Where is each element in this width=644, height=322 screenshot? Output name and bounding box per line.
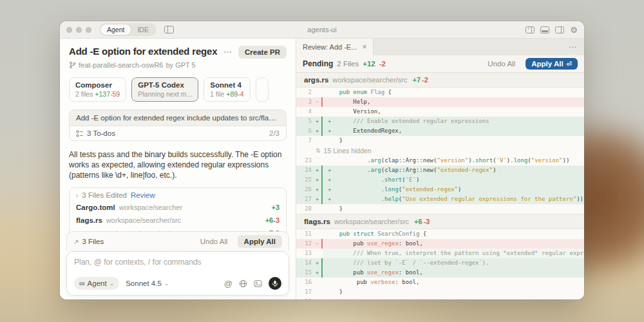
agent-card-stats: 1 file +89-4: [210, 90, 243, 98]
microphone-button[interactable]: [269, 277, 281, 290]
pending-label: Pending: [303, 59, 333, 68]
sidebar-toggle-icon[interactable]: [164, 26, 174, 33]
left-panel: Add -E option for extended regex ⋯ Creat…: [60, 39, 296, 299]
agent-card-sonnet-4[interactable]: Sonnet 4 1 file +89-4: [204, 77, 250, 102]
file-row[interactable]: flags.rs workspace/searcher/src +6-3: [70, 214, 286, 227]
diff-line: 3- Help,: [296, 97, 584, 107]
tab-agent[interactable]: Agent: [100, 24, 131, 35]
agent-card-stats: 2 files +137-59: [75, 90, 120, 98]
undo-all-button[interactable]: Undo All: [200, 238, 228, 245]
file-row[interactable]: Cargo.toml workspace/searcher +3: [70, 201, 286, 214]
diff-line: 26++ .long("extended-regex"): [296, 185, 584, 194]
file-path: workspace/searcher/src: [106, 216, 261, 224]
diff-line: 7 }: [296, 136, 584, 146]
apply-all-button[interactable]: Apply All: [238, 235, 282, 248]
chevron-down-icon: ⌄: [164, 280, 169, 287]
diff-line: 16 pub verbose: bool,: [296, 278, 584, 287]
branch-icon: [69, 61, 76, 69]
diff-line: 25++ .short('E'): [296, 175, 584, 185]
close-window-button[interactable]: [66, 27, 72, 33]
composer-placeholder[interactable]: Plan, @ for contexts, / for commands: [74, 258, 281, 267]
agent-card-name: GPT-5 Codex: [138, 81, 192, 89]
diff-line: 12- pub use_regex: bool,: [296, 239, 584, 249]
pending-bar: Pending 2 Files +12 -2 Undo All Apply Al…: [296, 55, 584, 73]
at-mention-icon[interactable]: @: [224, 279, 232, 289]
file-name: Cargo.toml: [76, 204, 115, 211]
todo-list-icon: [76, 130, 83, 137]
agent-message: All tests pass and the binary builds suc…: [69, 149, 287, 180]
diff-file-header[interactable]: flags.rsworkspace/searcher/src+6-3: [296, 214, 584, 229]
chevron-right-icon[interactable]: ›: [76, 192, 78, 199]
diff-line: 2 pub enum Flag {: [296, 88, 584, 97]
agent-card-partial[interactable]: [256, 77, 269, 102]
right-panel: Review: Add -E... × ⋯ Pending 2 Files +1…: [296, 39, 584, 299]
agent-card-name: Sonnet 4: [210, 81, 243, 89]
composer-input-card[interactable]: Plan, @ for contexts, / for commands ∞ A…: [66, 251, 289, 296]
pending-files: 2 Files: [337, 60, 359, 68]
diff-line: 23 .arg(clap::Arg::new("version").short(…: [296, 156, 584, 166]
diff-line: 14+ /// (set by `-E` / `--extended-regex…: [296, 258, 584, 268]
more-menu-icon[interactable]: ⋯: [223, 47, 232, 57]
agent-mode-dropdown[interactable]: ∞ Agent ⌄: [74, 277, 119, 290]
pending-added: +12: [363, 60, 375, 68]
agent-mode-label: Agent: [88, 279, 107, 287]
tab-review[interactable]: Review: Add -E... ×: [296, 39, 374, 55]
pending-removed: -2: [379, 60, 386, 68]
agent-card-composer[interactable]: Composer 2 files +137-59: [69, 77, 126, 102]
close-icon[interactable]: ×: [362, 43, 366, 52]
titlebar: Agent IDE agents-ui ‹ ⚙: [60, 21, 584, 39]
file-path: workspace/searcher: [119, 204, 268, 211]
agent-card-gpt5-codex[interactable]: GPT-5 Codex Planning next m...: [131, 77, 198, 102]
hidden-lines-toggle[interactable]: ⇅15 Lines hidden: [296, 146, 584, 156]
page-title: Add -E option for extended regex: [69, 46, 220, 57]
panel-left-collapse-icon[interactable]: ‹: [526, 26, 535, 33]
model-dropdown[interactable]: Sonnet 4.5 ⌄: [126, 279, 169, 287]
diff-line: 24++ .arg(clap::Arg::new("extended-regex…: [296, 166, 584, 175]
diff-line: 5++ /// Enable extended regular expressi…: [296, 117, 584, 126]
files-edited-label: 3 Files Edited: [82, 191, 127, 199]
pending-files-bar: ↗ 3 Files Undo All Apply All: [66, 231, 289, 251]
diff-list[interactable]: args.rsworkspace/searcher/src+7-22 pub e…: [296, 73, 584, 299]
diff-line: 17 }: [296, 287, 584, 297]
model-label: Sonnet 4.5: [126, 279, 162, 287]
return-key-icon: ⏎: [567, 61, 572, 68]
minimize-window-button[interactable]: [76, 27, 82, 33]
review-link[interactable]: Review: [131, 191, 155, 199]
agent-cards: Composer 2 files +137-59 GPT-5 Codex Pla…: [69, 77, 287, 102]
review-tabbar: Review: Add -E... × ⋯: [296, 39, 584, 55]
branch-author: by GPT 5: [166, 61, 195, 69]
agent-card-name: Composer: [75, 81, 120, 89]
diff-line: 4 Version,: [296, 107, 584, 117]
panel-bottom-icon[interactable]: [540, 26, 549, 33]
diff-line: 18: [296, 297, 584, 299]
infinity-icon: ∞: [79, 279, 85, 288]
globe-icon[interactable]: [239, 279, 247, 288]
image-icon[interactable]: [254, 279, 262, 288]
zoom-window-button[interactable]: [86, 27, 91, 33]
chevron-down-icon: ⌄: [109, 280, 115, 287]
tab-review-label: Review: Add -E...: [303, 43, 357, 51]
diff-line: 28 }: [296, 204, 584, 214]
branch-name[interactable]: feat-parallel-search-oswR6: [79, 61, 163, 69]
window-controls: [66, 27, 91, 33]
agent-card-status: Planning next m...: [138, 90, 192, 98]
app-window: Agent IDE agents-ui ‹ ⚙ Add -E option fo…: [60, 21, 584, 299]
pending-files-count[interactable]: 3 Files: [82, 238, 104, 245]
task-box[interactable]: Add -E option for extended regex include…: [69, 109, 287, 141]
diff-line: 27++ .help("Use extended regular express…: [296, 194, 584, 204]
todos-progress: 2/3: [269, 129, 279, 137]
gear-icon[interactable]: ⚙: [570, 26, 578, 34]
tab-ide[interactable]: IDE: [131, 24, 155, 35]
file-name: flags.rs: [76, 216, 102, 224]
arrow-up-right-icon: ↗: [73, 238, 79, 245]
undo-all-button[interactable]: Undo All: [488, 60, 515, 68]
diff-line: 13 /// When true, interpret the pattern …: [296, 249, 584, 258]
apply-all-button[interactable]: Apply All⏎: [526, 58, 578, 70]
diff-line: 15+ pub use_regex: bool,: [296, 268, 584, 278]
diff-file-header[interactable]: args.rsworkspace/searcher/src+7-2: [296, 73, 584, 88]
tabbar-more-icon[interactable]: ⋯: [569, 43, 584, 52]
diff-line: 11 pub struct SearchConfig {: [296, 229, 584, 239]
task-prompt: Add -E option for extended regex include…: [70, 110, 286, 126]
create-pr-button[interactable]: Create PR: [238, 46, 287, 59]
panel-right-icon[interactable]: [555, 26, 564, 33]
